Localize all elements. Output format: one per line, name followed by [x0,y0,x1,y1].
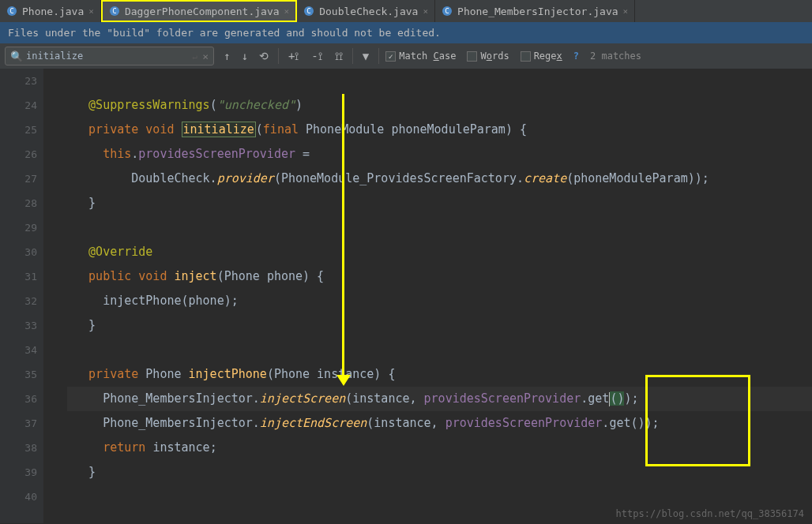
code-line: public void inject(Phone phone) { [67,264,812,289]
find-toolbar: 🔍 ↵ × ↑ ↓ ⟲ +⟟ -⟟ ⟟⟟ ▼ Match Case Words … [0,43,812,69]
line-number: 27 [0,167,37,191]
line-number: 28 [0,191,37,215]
code-line: } [67,313,812,338]
checkbox-icon [467,51,477,62]
line-number: 40 [0,485,37,509]
line-number: 26 [0,142,37,167]
tab-label: Phone.java [22,6,84,17]
code-line: private Phone injectPhone(Phone instance… [67,362,812,387]
line-number: 34 [0,338,37,362]
line-number: 39 [0,460,37,485]
search-nav: ↑ ↓ ⟲ [220,48,272,64]
svg-text:C: C [445,7,449,15]
separator [278,48,279,64]
line-number: 36 [0,387,37,411]
search-icon: 🔍 [10,51,23,62]
line-number: 31 [0,264,37,289]
filter-icon[interactable]: ▼ [359,48,372,64]
annotation-arrow [342,94,344,376]
line-number: 29 [0,215,37,240]
search-options: Match Case Words Regex ? 2 matches [385,51,641,62]
search-input[interactable] [26,51,193,62]
help-icon[interactable]: ? [573,51,579,62]
line-number: 38 [0,436,37,460]
select-all-icon[interactable]: ⟲ [256,48,272,64]
code-line: @SuppressWarnings("unchecked") [67,93,812,118]
code-line: return instance; [67,436,812,460]
tab-phone[interactable]: C Phone.java × [0,0,101,22]
code-line: private void initialize(final PhoneModul… [67,118,812,142]
words-checkbox[interactable]: Words [467,51,509,62]
watermark: https://blog.csdn.net/qq_38356174 [616,508,804,519]
code-line: } [67,191,812,215]
code-line [67,215,812,240]
line-number: 32 [0,289,37,313]
code-line [67,485,812,509]
select-all-occurrences-icon[interactable]: ⟟⟟ [332,48,346,65]
prev-match-icon[interactable]: ↑ [220,48,233,64]
add-selection-icon[interactable]: +⟟ [285,48,302,65]
code-line: DoubleCheck.provider(PhoneModule_Provide… [67,167,812,191]
java-class-icon: C [442,6,453,17]
next-match-icon[interactable]: ↓ [238,48,250,64]
editor-tabs: C Phone.java × C DaggerPhoneComponent.ja… [0,0,812,22]
tab-label: Phone_MembersInjector.java [457,6,618,17]
code-line: @Override [67,240,812,264]
java-class-icon: C [109,6,120,17]
code-line: this.providesScreenProvider = [67,142,812,167]
separator [352,48,353,64]
close-icon[interactable]: × [423,6,428,17]
gutter: 23 24 25 26 27 28 29 30 31 32 33 34 35 3… [0,69,43,523]
svg-text:C: C [9,7,13,15]
separator [378,48,379,64]
checkbox-icon [385,51,396,62]
line-number: 25 [0,118,37,142]
code-line: injectPhone(phone); [67,289,812,313]
notification-bar: Files under the "build" folder are gener… [0,22,812,43]
code-line [67,69,812,93]
match-count: 2 matches [590,51,641,62]
tab-label: DaggerPhoneComponent.java [125,6,280,17]
match-case-checkbox[interactable]: Match Case [385,51,456,62]
line-number: 33 [0,313,37,338]
notification-text: Files under the "build" folder are gener… [8,27,441,39]
line-number: 24 [0,93,37,118]
svg-text:C: C [112,7,116,15]
tab-doublecheck[interactable]: C DoubleCheck.java × [297,0,435,22]
line-number: 35 [0,362,37,387]
close-icon[interactable]: × [623,6,629,17]
close-icon[interactable]: × [88,6,94,17]
svg-text:C: C [306,7,310,15]
close-icon[interactable]: × [284,6,290,17]
editor-area: 23 24 25 26 27 28 29 30 31 32 33 34 35 3… [0,69,812,523]
enter-hint-icon: ↵ [193,51,198,62]
checkbox-icon [521,51,531,62]
search-field-wrap: 🔍 ↵ × [5,47,214,66]
line-number: 30 [0,240,37,264]
words-label: Words [480,51,509,62]
tab-dagger[interactable]: C DaggerPhoneComponent.java × [101,0,297,22]
code-line: Phone_MembersInjector.injectEndScreen(in… [67,411,812,436]
regex-label: Regex [534,51,562,62]
remove-selection-icon[interactable]: -⟟ [308,48,325,65]
code-line [67,338,812,362]
regex-checkbox[interactable]: Regex [521,51,562,62]
java-class-icon: C [6,6,17,17]
match-case-label: Match Case [399,51,456,62]
line-number: 23 [0,69,37,93]
line-number: 37 [0,411,37,436]
java-class-icon: C [303,6,314,17]
code-area[interactable]: @SuppressWarnings("unchecked") private v… [43,69,812,523]
clear-search-icon[interactable]: × [202,51,209,62]
tab-membersinjector[interactable]: C Phone_MembersInjector.java × [435,0,635,22]
code-line: } [67,460,812,485]
tab-label: DoubleCheck.java [319,6,418,17]
code-line: Phone_MembersInjector.injectScreen(insta… [67,387,812,411]
